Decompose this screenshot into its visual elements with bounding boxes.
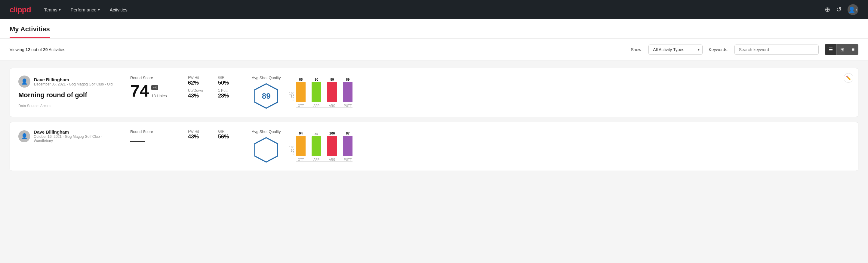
keywords-label: Keywords: bbox=[709, 47, 728, 52]
user-date-2: October 16, 2021 - Gog Magog Golf Club -… bbox=[34, 135, 121, 143]
bar-label-app: APP bbox=[313, 104, 319, 108]
nav-teams[interactable]: Teams ▾ bbox=[44, 4, 61, 15]
bar-arg: 89 ARG bbox=[327, 78, 337, 108]
show-label: Show: bbox=[631, 47, 643, 52]
stats-section-2: FW Hit 43% GIR 56% bbox=[188, 129, 242, 140]
score-section-2: Round Score bbox=[130, 129, 178, 142]
updown-label: Up/Down bbox=[188, 88, 212, 93]
edit-button[interactable]: ✏️ bbox=[844, 73, 853, 83]
avg-shot-label-2: Avg Shot Quality bbox=[252, 129, 281, 134]
bar-label-arg-2: ARG bbox=[329, 158, 335, 161]
logo: clippd bbox=[10, 5, 31, 14]
activity-title: Morning round of golf bbox=[18, 91, 121, 99]
bars-area: 85 OTT 90 APP 89 bbox=[296, 78, 352, 108]
gir-value-2: 56% bbox=[218, 134, 242, 140]
fw-hit-label-2: FW Hit bbox=[188, 129, 212, 134]
one-putt-value: 28% bbox=[218, 93, 242, 99]
nav-activities[interactable]: Activities bbox=[110, 5, 127, 15]
bar-putt-fill bbox=[343, 82, 352, 102]
bar-chart: 100 50 0 85 OTT 90 bbox=[289, 78, 850, 108]
avatar-2: 👤 bbox=[18, 130, 30, 142]
refresh-icon[interactable]: ↺ bbox=[836, 6, 841, 13]
bar-ott: 85 OTT bbox=[296, 78, 306, 108]
bar-val-ott-2: 94 bbox=[299, 132, 303, 135]
gir-stat-2: GIR 56% bbox=[218, 129, 242, 140]
updown-stat: Up/Down 43% bbox=[188, 88, 212, 99]
bar-val-app-2: 82 bbox=[315, 132, 318, 136]
bar-label-app-2: APP bbox=[313, 158, 319, 161]
nav-performance[interactable]: Performance ▾ bbox=[71, 4, 100, 15]
view-grid-button[interactable]: ⊞ bbox=[837, 44, 848, 55]
search-input[interactable] bbox=[735, 45, 819, 55]
quality-section: Avg Shot Quality 89 100 50 0 bbox=[252, 76, 850, 110]
activities-list: ✏️ 👤 Dave Billingham December 05, 2021 -… bbox=[0, 61, 868, 178]
bar-arg-fill bbox=[327, 82, 337, 102]
hexagon-2 bbox=[253, 136, 280, 164]
score-badge: +4 bbox=[151, 85, 158, 90]
filter-bar: Viewing 12 out of 29 Activities Show: Al… bbox=[0, 38, 868, 61]
viewing-text: Viewing 12 out of 29 Activities bbox=[10, 47, 625, 52]
card-left: 👤 Dave Billingham December 05, 2021 - Go… bbox=[18, 76, 121, 108]
bar-val-putt: 89 bbox=[346, 78, 349, 81]
score-holes: 18 Holes bbox=[151, 94, 166, 98]
avg-shot-label: Avg Shot Quality bbox=[252, 76, 281, 80]
y-label-0: 0 bbox=[289, 98, 294, 102]
user-info-2: Dave Billingham October 16, 2021 - Gog M… bbox=[34, 129, 121, 143]
bars-area-2: 94 OTT 82 APP 106 ARG bbox=[296, 132, 352, 162]
user-row: 👤 Dave Billingham December 05, 2021 - Go… bbox=[18, 76, 121, 88]
data-source: Data Source: Arccos bbox=[18, 104, 121, 108]
page-title-underline: My Activities bbox=[10, 19, 50, 38]
updown-value: 43% bbox=[188, 93, 212, 99]
bar-app-2: 82 APP bbox=[312, 132, 321, 161]
score-placeholder bbox=[130, 141, 145, 142]
avg-shot-quality: Avg Shot Quality 89 bbox=[252, 76, 281, 110]
score-section: Round Score 74 +4 18 Holes bbox=[130, 76, 178, 99]
round-score-label: Round Score bbox=[130, 76, 178, 80]
user-date: December 05, 2021 - Gog Magog Golf Club … bbox=[34, 82, 113, 86]
avg-shot-quality-2: Avg Shot Quality bbox=[252, 129, 281, 164]
one-putt-stat: 1 Putt 28% bbox=[218, 88, 242, 99]
activity-type-dropdown[interactable]: All Activity Types bbox=[648, 45, 703, 55]
bar-label-ott: OTT bbox=[298, 104, 304, 108]
add-icon[interactable]: ⊕ bbox=[825, 6, 830, 13]
gir-label-2: GIR bbox=[218, 129, 242, 134]
svg-marker-1 bbox=[255, 138, 278, 162]
bar-label-putt-2: PUTT bbox=[344, 158, 351, 161]
user-info: Dave Billingham December 05, 2021 - Gog … bbox=[34, 77, 113, 86]
gir-label: GIR bbox=[218, 76, 242, 80]
activity-card: ✏️ 👤 Dave Billingham December 05, 2021 -… bbox=[10, 68, 858, 117]
y-label-100: 100 bbox=[289, 92, 294, 95]
bar-val-putt-2: 87 bbox=[346, 132, 349, 135]
fw-hit-stat-2: FW Hit 43% bbox=[188, 129, 212, 140]
activity-card-2: 👤 Dave Billingham October 16, 2021 - Gog… bbox=[10, 122, 858, 171]
score-main: 74 +4 18 Holes bbox=[130, 83, 178, 99]
fw-hit-value: 62% bbox=[188, 80, 212, 86]
card-left-2: 👤 Dave Billingham October 16, 2021 - Gog… bbox=[18, 129, 121, 147]
bar-val-ott: 85 bbox=[299, 78, 303, 81]
round-score-label-2: Round Score bbox=[130, 129, 178, 134]
bar-label-putt: PUTT bbox=[344, 104, 351, 108]
user-name: Dave Billingham bbox=[34, 77, 113, 82]
user-avatar[interactable]: 👤 ▾ bbox=[847, 4, 858, 15]
bar-val-arg-2: 106 bbox=[329, 132, 335, 135]
stats-section: FW Hit 62% GIR 50% Up/Down 43% 1 Putt 28… bbox=[188, 76, 242, 99]
activity-type-dropdown-wrap: All Activity Types ▾ bbox=[648, 45, 703, 55]
hexagon-number: 89 bbox=[262, 91, 271, 101]
bar-val-arg: 89 bbox=[330, 78, 334, 81]
fw-hit-label: FW Hit bbox=[188, 76, 212, 80]
bar-ott-fill bbox=[296, 82, 306, 102]
bar-app-fill bbox=[312, 82, 321, 102]
score-number: 74 bbox=[130, 83, 149, 99]
bar-arg-2: 106 ARG bbox=[327, 132, 337, 161]
view-list-button[interactable]: ≡ bbox=[848, 44, 858, 55]
bar-putt: 89 PUTT bbox=[343, 78, 352, 108]
user-name-2: Dave Billingham bbox=[34, 129, 121, 135]
page-header: My Activities bbox=[0, 19, 868, 38]
bar-chart-2: 100 50 0 94 OTT 82 APP bbox=[289, 132, 850, 162]
view-list-compact-button[interactable]: ☰ bbox=[825, 44, 837, 55]
bar-putt-2: 87 PUTT bbox=[343, 132, 352, 161]
chart-y-labels-2: 100 50 0 bbox=[289, 146, 296, 162]
avatar-person-icon: 👤 bbox=[21, 78, 28, 85]
nav-right-actions: ⊕ ↺ 👤 ▾ bbox=[825, 4, 858, 15]
user-row-2: 👤 Dave Billingham October 16, 2021 - Gog… bbox=[18, 129, 121, 143]
